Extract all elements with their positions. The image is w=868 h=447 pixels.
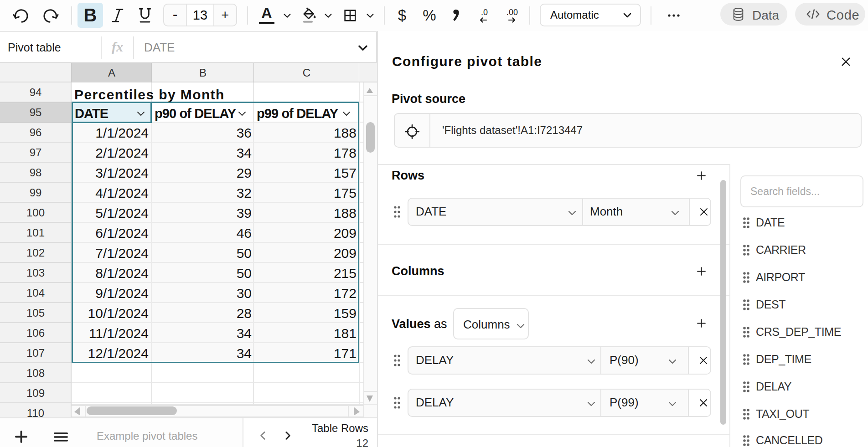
svg-text:.0: .0 (481, 8, 488, 17)
svg-text:.00: .00 (506, 8, 518, 17)
